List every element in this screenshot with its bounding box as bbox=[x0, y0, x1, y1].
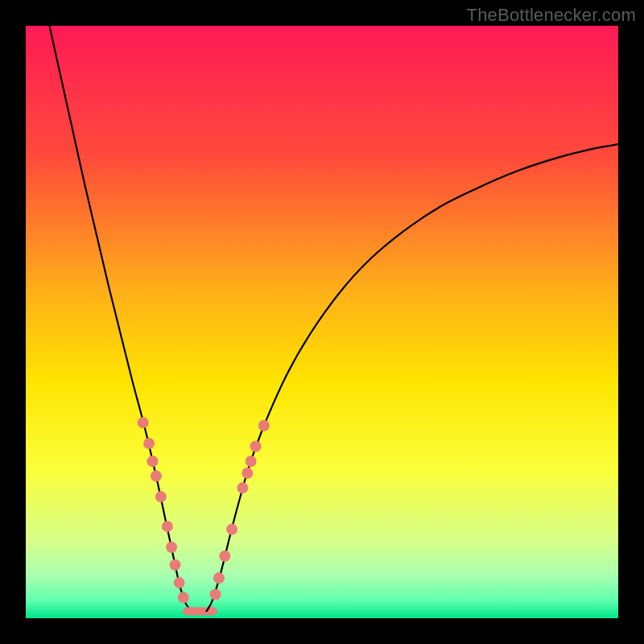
highlight-dot bbox=[226, 524, 237, 535]
watermark-text: TheBottlenecker.com bbox=[467, 5, 636, 26]
highlight-dot bbox=[151, 470, 162, 481]
bottleneck-chart-svg bbox=[26, 26, 618, 618]
highlight-dot bbox=[213, 572, 225, 584]
highlight-dot bbox=[138, 417, 149, 428]
highlight-dot bbox=[147, 456, 159, 467]
highlight-dot bbox=[143, 438, 155, 449]
gradient-background bbox=[26, 26, 618, 618]
highlight-dot bbox=[166, 542, 177, 553]
highlight-dot bbox=[155, 491, 167, 502]
highlight-dot bbox=[219, 551, 230, 562]
highlight-dot bbox=[169, 559, 180, 571]
plot-area bbox=[26, 26, 618, 618]
highlight-dot bbox=[174, 577, 185, 588]
highlight-dot bbox=[246, 456, 257, 467]
highlight-dot bbox=[258, 420, 270, 431]
highlight-dot bbox=[210, 589, 221, 601]
chart-frame: TheBottlenecker.com bbox=[0, 0, 644, 644]
highlight-dot bbox=[242, 468, 253, 479]
highlight-dot bbox=[162, 521, 173, 532]
highlight-dot bbox=[237, 482, 248, 493]
highlight-dot bbox=[250, 441, 262, 452]
highlight-dot bbox=[178, 592, 189, 603]
